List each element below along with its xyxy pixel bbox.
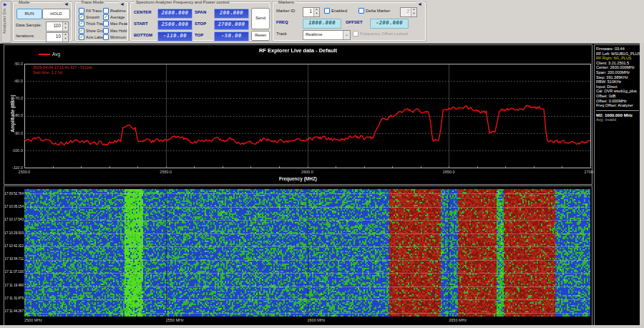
bottom-display[interactable]: -110.00 bbox=[157, 32, 192, 42]
trace-mode-group-title: Trace Mode bbox=[79, 0, 105, 4]
analyzer-tab[interactable]: ▶ Analyzer On bbox=[1, 1, 11, 43]
mode-group: Mode ◄ RUN HOLD Data Sample: 110 ▲▼ Iter… bbox=[12, 1, 73, 42]
span-display[interactable]: 200.000 bbox=[214, 9, 249, 19]
analyzer-tab-label: Analyzer On bbox=[2, 9, 6, 34]
legend-label: Avg bbox=[52, 52, 60, 57]
waterfall-freq-label: 2650 MHz bbox=[449, 318, 467, 322]
checkbox-icon[interactable] bbox=[103, 21, 109, 26]
marker-id-down-icon[interactable]: ▼ bbox=[314, 12, 319, 16]
freq-display[interactable]: 1000.000 bbox=[303, 19, 341, 29]
marker-id-stepper[interactable]: 1 ▲▼ bbox=[303, 7, 320, 17]
spectrum-control-group: Spectrum Analyzer Frequency and Power co… bbox=[130, 1, 271, 42]
trace-mode-checkbox[interactable]: Average bbox=[103, 14, 127, 19]
waterfall-timestamp: 17 09 52.764 bbox=[4, 191, 24, 196]
iterations-stepper[interactable]: 10 ▲▼ bbox=[46, 32, 69, 42]
waterfall-timestamp: 17 11 31.879 bbox=[5, 296, 24, 300]
send-button[interactable]: Send bbox=[251, 8, 270, 29]
delta-marker-checkbox[interactable]: Delta Marker bbox=[358, 8, 390, 13]
y-tick-label: -90.0 bbox=[14, 130, 23, 136]
trace-mode-checkbox[interactable]: Max Hold bbox=[103, 28, 127, 33]
window-border-right bbox=[640, 43, 644, 328]
device-info-line: Step: 391.389KHz bbox=[596, 75, 640, 80]
delta-down-icon[interactable]: ▼ bbox=[411, 12, 416, 16]
device-info-line: Span: 200.000MHz bbox=[596, 70, 640, 75]
iterations-label: Iterations: bbox=[16, 34, 34, 38]
x-tick-label: 2650.0 bbox=[443, 170, 455, 174]
checkbox-icon[interactable] bbox=[103, 28, 109, 34]
top-display[interactable]: -50.00 bbox=[214, 32, 249, 42]
device-info-line: Freq Offset: Analyzer bbox=[596, 103, 640, 108]
y-tick-label: -100.0 bbox=[11, 148, 23, 153]
freq-offset-locked-label: Frequency Offset Locked bbox=[360, 32, 408, 36]
waterfall-freq-label: 2500 MHz bbox=[24, 318, 42, 322]
checkbox-icon[interactable] bbox=[103, 14, 109, 20]
checkbox-icon[interactable] bbox=[79, 28, 84, 34]
offset-display[interactable]: -200.000 bbox=[370, 19, 409, 29]
waterfall-freq-label: 2550 MHz bbox=[166, 318, 184, 322]
mode-collapse-icon[interactable]: ◄ bbox=[63, 1, 69, 6]
spectrum-canvas bbox=[4, 45, 592, 184]
freq-offset-locked-checkbox[interactable]: Frequency Offset Locked bbox=[353, 31, 408, 36]
reset-button[interactable]: Reset bbox=[251, 31, 270, 41]
checkbox-icon[interactable] bbox=[79, 8, 84, 14]
iterations-value[interactable]: 10 bbox=[47, 33, 62, 42]
center-display[interactable]: 2600.000 bbox=[157, 9, 192, 19]
checkbox-label: Max Hold bbox=[110, 29, 127, 33]
waterfall-freq-label: 2600 MHz bbox=[308, 318, 326, 322]
stop-display[interactable]: 2700.000 bbox=[214, 20, 249, 30]
delta-marker-stepper[interactable]: 2 ▲▼ bbox=[400, 7, 417, 17]
trace-mode-collapse-icon[interactable]: ◄ bbox=[119, 1, 125, 6]
enabled-label: Enabled bbox=[331, 9, 347, 13]
checkbox-icon[interactable] bbox=[103, 8, 109, 14]
markers-collapse-icon[interactable]: ◄ bbox=[416, 1, 423, 6]
waterfall-freq-labels: 2500 MHz2550 MHz2600 MHz2650 MHz bbox=[24, 318, 590, 324]
trace-mode-checkbox[interactable]: Minimum bbox=[103, 35, 127, 40]
checkbox-label: Average bbox=[110, 15, 125, 19]
marker-id-value[interactable]: 1 bbox=[303, 8, 313, 16]
checkbox-icon[interactable] bbox=[79, 34, 84, 40]
trace-mode-checkbox[interactable]: Realtime bbox=[103, 8, 127, 13]
start-display[interactable]: 2500.000 bbox=[157, 20, 192, 30]
waterfall-timestamp: 17 11 07.100 bbox=[5, 269, 24, 274]
trace-mode-checkbox[interactable]: Fill Trace bbox=[79, 8, 106, 13]
enabled-checkbox[interactable]: Enabled bbox=[324, 8, 347, 13]
trace-mode-checkbox[interactable]: Axis Labels bbox=[79, 35, 106, 40]
y-tick-label: -50.0 bbox=[14, 61, 23, 67]
trace-mode-checkbox[interactable]: Thick Track bbox=[79, 21, 106, 26]
data-sample-value[interactable]: 110 bbox=[47, 22, 62, 31]
waterfall-timestamp: 17 10 29.933 bbox=[4, 231, 24, 235]
checkbox-icon[interactable] bbox=[353, 31, 358, 37]
checkbox-label: Realtime bbox=[110, 9, 126, 13]
checkbox-icon[interactable] bbox=[324, 8, 330, 14]
waterfall-timestamp: 17 10 05.154 bbox=[4, 204, 24, 208]
data-sample-down-icon[interactable]: ▼ bbox=[63, 26, 68, 31]
hold-button[interactable]: HOLD bbox=[42, 9, 70, 19]
center-label: CENTER bbox=[134, 10, 152, 14]
toolbar: ▶ Analyzer On Mode ◄ RUN HOLD Data Sampl… bbox=[0, 0, 644, 44]
checkbox-icon[interactable] bbox=[79, 21, 84, 26]
waterfall-timestamp: 17 11 19.490 bbox=[5, 283, 24, 287]
device-info-line: Client: 3.21.2501.5 bbox=[596, 61, 640, 66]
run-button[interactable]: RUN bbox=[16, 9, 42, 19]
top-label: TOP bbox=[195, 33, 203, 37]
device-info-line: Center: 2600.000MHz bbox=[596, 65, 640, 70]
checkbox-icon[interactable] bbox=[103, 34, 109, 40]
chevron-down-icon[interactable]: ⌄ bbox=[343, 31, 350, 39]
data-sample-stepper[interactable]: 110 ▲▼ bbox=[46, 21, 69, 32]
device-info-line: Firmware: 03.44 bbox=[596, 47, 640, 52]
expand-arrow-icon[interactable]: ▶ bbox=[4, 1, 7, 7]
trace-mode-checkbox[interactable]: Smooth bbox=[79, 14, 106, 19]
checkbox-icon[interactable] bbox=[79, 14, 84, 20]
x-axis-ticks: 2500.02550.02600.02650.02700.0 bbox=[24, 170, 590, 175]
device-info-line: Offset: 0.000MHz bbox=[596, 99, 640, 104]
iterations-down-icon[interactable]: ▼ bbox=[63, 37, 68, 42]
trace-mode-col1: Fill Trace Smooth Thick Track Show Grid bbox=[79, 8, 106, 40]
start-label: START bbox=[134, 21, 148, 26]
track-dropdown[interactable]: Realtime ⌄ bbox=[303, 30, 351, 40]
checkbox-icon[interactable] bbox=[358, 8, 364, 14]
trace-mode-checkbox[interactable]: Max Peak bbox=[103, 21, 127, 26]
device-info-lines: Firmware: 03.44RF Left: WSUB1G_PLUSRF Ri… bbox=[596, 47, 640, 108]
checkbox-label: Minimum bbox=[110, 35, 126, 39]
waterfall-timestamps: 17 09 52.76417 10 05.15417 10 17.54317 1… bbox=[4, 191, 24, 313]
trace-mode-checkbox[interactable]: Show Grid bbox=[79, 28, 106, 33]
